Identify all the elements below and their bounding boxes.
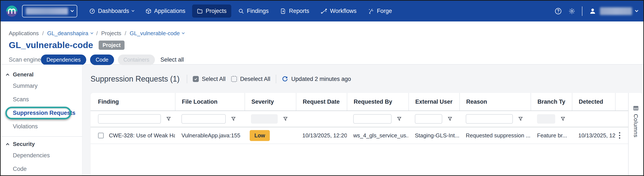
- row-actions-kebab-icon[interactable]: [617, 131, 622, 140]
- sidebar-section-general[interactable]: General: [1, 70, 82, 79]
- scan-engine-pill-code[interactable]: Code: [90, 54, 114, 65]
- columns-icon: [633, 105, 639, 111]
- nav-workflows[interactable]: Workflows: [316, 5, 361, 18]
- nav-projects[interactable]: Projects: [192, 5, 231, 18]
- chevron-down-icon: [70, 9, 74, 12]
- app-window: Dashboards Applications Projects Findi: [0, 0, 644, 176]
- column-header-detected[interactable]: Detected: [572, 93, 615, 111]
- project-type-badge: Project: [99, 41, 124, 50]
- filter-select-severity[interactable]: [251, 114, 278, 124]
- deselect-all-button[interactable]: Deselect All: [231, 76, 270, 82]
- sidebar-item-violations[interactable]: Violations: [1, 120, 82, 133]
- nav-label: Dashboards: [98, 8, 129, 14]
- sidebar-item-code[interactable]: Code: [1, 162, 82, 176]
- breadcrumb-applications[interactable]: Applications: [9, 30, 39, 37]
- help-icon[interactable]: [554, 8, 562, 15]
- columns-panel-toggle[interactable]: Columns: [628, 93, 643, 175]
- table-row[interactable]: CWE-328: Use of Weak Hash VulnerableApp.…: [90, 127, 628, 144]
- redacted-workspace-name: [26, 8, 68, 15]
- nav-label: Workflows: [330, 8, 356, 14]
- scan-engine-select-all[interactable]: Select all: [160, 56, 184, 63]
- filter-icon[interactable]: [231, 116, 236, 122]
- user-menu[interactable]: [589, 7, 638, 15]
- breadcrumb-separator: /: [42, 30, 44, 37]
- column-header-finding[interactable]: Finding: [90, 93, 175, 111]
- filter-input-reason[interactable]: [466, 114, 513, 124]
- scan-engine-pill-dependencies[interactable]: Dependencies: [41, 54, 86, 65]
- cell-detected: 10/13/2025, 12:19: [572, 127, 615, 144]
- page-header: Applications / GL_deanshapira / Projects…: [1, 22, 643, 65]
- sidebar: General Summary Scans Suppression Reques…: [1, 65, 82, 175]
- navbar-right: [554, 7, 638, 16]
- mend-logo-icon: [6, 6, 17, 17]
- sidebar-item-summary[interactable]: Summary: [1, 79, 82, 93]
- filter-select-branch-type[interactable]: [537, 114, 555, 124]
- refresh-button[interactable]: Updated 2 minutes ago: [282, 76, 351, 82]
- filter-input-requested-by[interactable]: [353, 114, 392, 124]
- filter-icon[interactable]: [518, 116, 523, 122]
- chevron-up-icon: [6, 143, 10, 146]
- filter-icon[interactable]: [166, 116, 171, 122]
- refresh-icon: [282, 76, 288, 82]
- columns-panel-label: Columns: [632, 114, 639, 138]
- workspace-selector[interactable]: [22, 5, 77, 17]
- sidebar-item-dependencies[interactable]: Dependencies: [1, 149, 82, 162]
- scan-engine-pill-containers: Containers: [118, 54, 155, 65]
- nav-reports[interactable]: Reports: [276, 5, 314, 18]
- filter-empty-actions: [615, 111, 628, 127]
- page-title: GL_vulnerable-code: [9, 40, 93, 50]
- gear-icon[interactable]: [568, 8, 576, 15]
- checkbox-dashed-icon: [231, 76, 237, 82]
- report-icon: [280, 8, 286, 14]
- checkbox-checked-icon: [193, 76, 199, 82]
- filter-icon[interactable]: [397, 116, 402, 122]
- suppression-requests-table: Finding File Location Severity Request D…: [90, 93, 643, 175]
- nav-forge[interactable]: Forge: [363, 5, 397, 18]
- select-all-button[interactable]: Select All: [193, 76, 226, 82]
- column-header-branch-type[interactable]: Branch Ty: [530, 93, 572, 111]
- nav-applications[interactable]: Applications: [141, 5, 190, 18]
- cell-file-location: VulnerableApp.java:155: [175, 127, 244, 144]
- sidebar-item-scans[interactable]: Scans: [1, 93, 82, 106]
- breadcrumb-application-selector[interactable]: GL_deanshapira: [47, 30, 93, 37]
- nav-findings[interactable]: Findings: [234, 5, 274, 18]
- filter-input-external-user[interactable]: [415, 114, 442, 124]
- column-header-reason[interactable]: Reason: [459, 93, 530, 111]
- table-filter-row: [90, 111, 628, 127]
- title-row: GL_vulnerable-code Project: [9, 40, 643, 50]
- nav-label: Findings: [247, 8, 269, 14]
- cell-reason: Requested suppression ...: [459, 127, 530, 144]
- cell-finding[interactable]: CWE-328: Use of Weak Hash: [109, 132, 175, 139]
- filter-empty-request-date: [296, 111, 347, 127]
- folder-icon: [197, 8, 203, 14]
- breadcrumb-project-selector[interactable]: GL_vulnerable-code: [130, 30, 184, 37]
- filter-icon[interactable]: [560, 116, 566, 122]
- nav-dashboards[interactable]: Dashboards: [84, 5, 139, 18]
- column-header-severity[interactable]: Severity: [244, 93, 296, 111]
- filter-icon[interactable]: [283, 116, 288, 122]
- main-content: Suppression Requests (1) Select All Dese…: [82, 65, 643, 175]
- nav-label: Applications: [154, 8, 186, 14]
- column-header-request-date[interactable]: Request Date: [296, 93, 347, 111]
- filter-icon[interactable]: [448, 116, 452, 122]
- severity-badge: Low: [250, 130, 270, 141]
- sidebar-section-security[interactable]: Security: [1, 139, 82, 149]
- breadcrumb-projects[interactable]: Projects: [101, 30, 121, 37]
- section-title: Suppression Requests (1): [90, 74, 180, 83]
- primary-nav: Dashboards Applications Projects Findi: [84, 5, 397, 18]
- sidebar-item-suppression-requests[interactable]: Suppression Requests: [1, 106, 82, 120]
- column-header-requested-by[interactable]: Requested By: [347, 93, 408, 111]
- scan-engine-row: Scan engine Dependencies Code Containers…: [9, 54, 643, 65]
- chevron-down-icon: [182, 31, 185, 34]
- breadcrumb-separator: /: [96, 30, 98, 37]
- top-navbar: Dashboards Applications Projects Findi: [1, 1, 643, 22]
- cell-external-user: Staging-GLS-Int...: [408, 127, 459, 144]
- chevron-down-icon: [90, 31, 93, 34]
- page-body: General Summary Scans Suppression Reques…: [1, 65, 643, 175]
- row-checkbox[interactable]: [98, 133, 104, 138]
- filter-input-finding[interactable]: [98, 114, 161, 124]
- column-header-file-location[interactable]: File Location: [175, 93, 244, 111]
- column-header-external-user[interactable]: External User: [408, 93, 459, 111]
- chevron-down-icon: [635, 9, 638, 12]
- filter-input-file-location[interactable]: [182, 114, 226, 124]
